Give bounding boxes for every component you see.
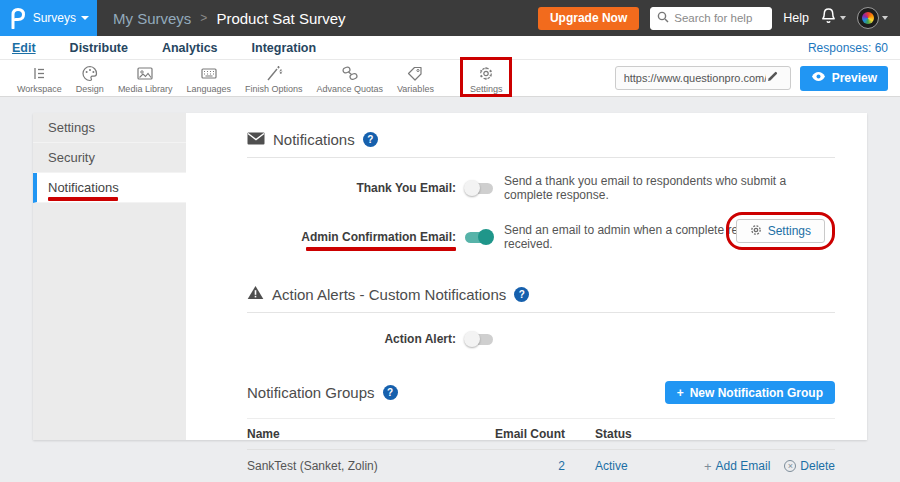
annotation-box-settings-button: Settings xyxy=(726,212,835,250)
questionpro-app: Surveys My Surveys > Product Sat Survey … xyxy=(0,0,900,482)
settings-sidebar: Settings Security Notifications xyxy=(33,113,186,440)
admin-confirmation-email-row: Admin Confirmation Email: Send an email … xyxy=(247,223,835,251)
bell-icon xyxy=(820,7,837,29)
notifications-section-header: Notifications ? xyxy=(247,131,835,148)
toolbar-item-workspace[interactable]: Workspace xyxy=(10,62,69,95)
admin-confirmation-email-label: Admin Confirmation Email: xyxy=(247,230,456,244)
admin-email-settings-button[interactable]: Settings xyxy=(736,219,825,243)
status-link[interactable]: Active xyxy=(595,459,628,473)
surveys-menu-label: Surveys xyxy=(33,11,76,25)
edit-url-pencil-icon[interactable] xyxy=(766,69,779,87)
thank-you-email-row: Thank You Email: Send a thank you email … xyxy=(247,174,835,202)
help-icon[interactable]: ? xyxy=(363,132,378,147)
divider xyxy=(247,312,835,313)
workspace-icon xyxy=(29,64,49,83)
toolbar-item-settings[interactable]: Settings xyxy=(463,62,510,95)
help-icon[interactable]: ? xyxy=(514,287,529,302)
edit-toolbar: Workspace Design Media Library Languages… xyxy=(0,60,900,97)
search-input[interactable] xyxy=(674,12,766,24)
toolbar-items: Workspace Design Media Library Languages… xyxy=(10,62,509,95)
warning-icon xyxy=(247,285,264,303)
thank-you-email-toggle[interactable] xyxy=(465,183,493,194)
toolbar-item-design[interactable]: Design xyxy=(69,62,111,95)
questionpro-logo-icon xyxy=(8,6,27,30)
avatar xyxy=(857,7,879,29)
upgrade-now-button[interactable]: Upgrade Now xyxy=(538,7,639,30)
breadcrumb: My Surveys > Product Sat Survey xyxy=(113,10,346,27)
languages-keyboard-icon xyxy=(199,64,219,83)
search-icon xyxy=(657,9,669,27)
advance-quotas-chain-icon xyxy=(340,64,360,83)
survey-nav-tabs: Edit Distribute Analytics Integration xyxy=(12,41,316,55)
delete-action[interactable]: × Delete xyxy=(784,459,835,473)
tab-distribute[interactable]: Distribute xyxy=(70,41,128,55)
survey-url-box[interactable] xyxy=(615,66,791,90)
toolbar-item-media-library[interactable]: Media Library xyxy=(111,62,180,95)
eye-icon xyxy=(811,71,826,85)
sidebar-item-security[interactable]: Security xyxy=(33,143,186,173)
responses-count[interactable]: Responses: 60 xyxy=(808,41,888,55)
new-notification-group-button[interactable]: + New Notification Group xyxy=(665,381,835,404)
help-link[interactable]: Help xyxy=(783,11,809,25)
delete-icon: × xyxy=(784,460,796,472)
notification-groups-table: Name Email Count Status SankTest (Sanket… xyxy=(247,418,835,482)
annotation-underline-notifications xyxy=(48,197,118,201)
toolbar-item-advance-quotas[interactable]: Advance Quotas xyxy=(309,62,390,95)
notifications-panel: Notifications ? Thank You Email: Send a … xyxy=(186,113,867,440)
action-alert-row: Action Alert: xyxy=(247,329,835,349)
toolbar-right: Preview xyxy=(615,66,888,91)
media-library-icon xyxy=(135,64,155,83)
settings-gear-icon xyxy=(476,64,496,83)
gear-icon xyxy=(750,224,762,239)
survey-nav: Edit Distribute Analytics Integration Re… xyxy=(0,36,900,60)
notification-groups-header: Notification Groups ? + New Notification… xyxy=(247,381,835,404)
action-alerts-section-header: Action Alerts - Custom Notifications ? xyxy=(247,285,835,303)
group-name: SankTest (Sanket, Zolin) xyxy=(247,459,495,473)
surveys-menu[interactable]: Surveys xyxy=(33,11,89,25)
tab-analytics[interactable]: Analytics xyxy=(162,41,218,55)
add-email-action[interactable]: + Add Email xyxy=(704,459,770,473)
logo-section[interactable]: Surveys xyxy=(0,0,97,36)
admin-confirmation-email-toggle[interactable] xyxy=(465,232,493,243)
email-count-link[interactable]: 2 xyxy=(558,459,565,473)
help-icon[interactable]: ? xyxy=(383,385,398,400)
account-menu[interactable] xyxy=(857,7,888,29)
content-area: Settings Security Notifications Notifica… xyxy=(0,97,900,482)
chevron-down-icon xyxy=(81,16,89,20)
action-alert-label: Action Alert: xyxy=(247,332,456,346)
action-alert-toggle[interactable] xyxy=(465,334,493,345)
top-bar: Surveys My Surveys > Product Sat Survey … xyxy=(0,0,900,36)
toolbar-item-languages[interactable]: Languages xyxy=(179,62,238,95)
table-row: SankTest (Sanket, Zolin) 2 Active + Add … xyxy=(247,450,835,482)
help-search-box[interactable] xyxy=(650,7,772,30)
survey-url-input[interactable] xyxy=(624,72,766,84)
annotation-underline-admin-email xyxy=(306,247,456,251)
preview-button[interactable]: Preview xyxy=(800,66,888,91)
page-title: Product Sat Survey xyxy=(216,10,345,27)
chevron-down-icon xyxy=(840,16,846,20)
divider xyxy=(247,157,835,158)
action-alerts-title: Action Alerts - Custom Notifications xyxy=(272,286,506,303)
plus-icon: + xyxy=(704,460,712,473)
variables-tag-icon xyxy=(405,64,425,83)
tab-edit[interactable]: Edit xyxy=(12,41,36,55)
settings-card: Settings Security Notifications Notifica… xyxy=(33,113,867,440)
notifications-bell[interactable] xyxy=(820,7,846,29)
sidebar-item-notifications[interactable]: Notifications xyxy=(33,173,186,203)
finish-options-wand-icon xyxy=(264,64,284,83)
column-header-status: Status xyxy=(565,427,665,441)
breadcrumb-my-surveys[interactable]: My Surveys xyxy=(113,10,191,27)
topbar-right: Upgrade Now Help xyxy=(538,7,900,30)
breadcrumb-separator: > xyxy=(200,11,207,25)
design-palette-icon xyxy=(80,64,100,83)
tab-integration[interactable]: Integration xyxy=(252,41,317,55)
column-header-email-count: Email Count xyxy=(495,427,565,441)
thank-you-email-desc: Send a thank you email to respondents wh… xyxy=(504,174,835,202)
toolbar-item-finish-options[interactable]: Finish Options xyxy=(238,62,310,95)
sidebar-item-settings[interactable]: Settings xyxy=(33,113,186,143)
plus-icon: + xyxy=(677,386,684,400)
notification-groups-title: Notification Groups xyxy=(247,384,375,401)
table-header-row: Name Email Count Status xyxy=(247,418,835,450)
envelope-icon xyxy=(247,131,265,148)
toolbar-item-variables[interactable]: Variables xyxy=(390,62,441,95)
